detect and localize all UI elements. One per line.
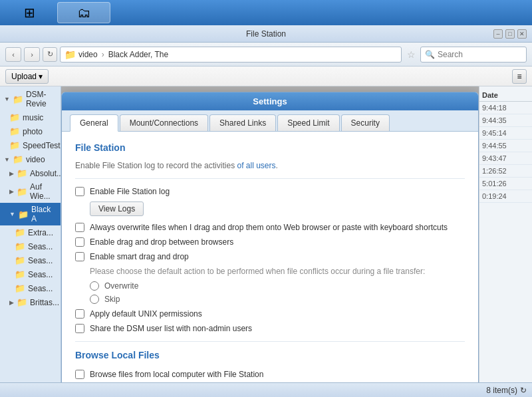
dialog-body: File Station Enable File Station log to … — [62, 132, 478, 395]
search-icon: 🔍 — [425, 50, 435, 59]
tab-speed[interactable]: Speed Limit — [277, 114, 339, 131]
checkbox-browse-local[interactable] — [75, 370, 84, 379]
checkbox-row-browse-local: Browse files from local computer with Fi… — [75, 370, 465, 379]
folder-icon: 📁 — [17, 297, 27, 307]
date-item-1: 9:44:18 — [479, 102, 532, 114]
label-unix-perms: Apply default UNIX permissions — [90, 309, 202, 319]
taskbar-app-main[interactable]: ⊞ — [3, 2, 56, 23]
sidebar-item-dsm[interactable]: ▼ 📁 DSM-Revie — [0, 88, 61, 110]
sort-icon: ≡ — [517, 72, 521, 81]
sidebar-label-seas3: Seas... — [28, 270, 53, 279]
sidebar-item-seas3[interactable]: 📁 Seas... — [0, 267, 61, 281]
sidebar-label-seas2: Seas... — [28, 256, 53, 265]
refresh-button[interactable]: ↻ — [43, 47, 57, 62]
address-bar[interactable]: 📁 video › Black Adder, The — [60, 47, 402, 63]
address-separator: › — [102, 50, 104, 59]
folder-icon: 📁 — [15, 269, 25, 279]
sidebar-item-absolute[interactable]: ▶ 📁 Absolut... — [0, 166, 61, 180]
sidebar-item-aufwie[interactable]: ▶ 📁 Auf Wie... — [0, 180, 61, 203]
minimize-button[interactable]: – — [493, 29, 503, 39]
close-button[interactable]: ✕ — [517, 29, 527, 39]
tab-shared[interactable]: Shared Links — [209, 114, 276, 131]
sort-button[interactable]: ≡ — [512, 69, 527, 84]
sidebar-item-video[interactable]: ▼ 📁 video — [0, 152, 61, 166]
upload-label: Upload ▾ — [11, 72, 43, 81]
desc-link[interactable]: of all users — [237, 161, 275, 170]
date-item-5: 9:43:47 — [479, 152, 532, 165]
window-controls: – □ ✕ — [493, 29, 527, 39]
checkbox-row-dragdrop: Enable drag and drop between browsers — [75, 237, 465, 247]
folder-icon: 📁 — [15, 255, 25, 265]
tab-general[interactable]: General — [70, 114, 118, 132]
items-count: 8 item(s) — [486, 386, 517, 395]
action-bar: Upload ▾ ≡ — [0, 66, 532, 86]
checkbox-row-enable-log: Enable File Station log — [75, 187, 465, 196]
folder-icon: 📁 — [9, 112, 20, 122]
sidebar-item-brittas[interactable]: ▶ 📁 Brittas... — [0, 295, 61, 309]
address-path: Black Adder, The — [108, 50, 169, 59]
sidebar-item-seas2[interactable]: 📁 Seas... — [0, 253, 61, 267]
forward-icon: › — [31, 51, 33, 59]
upload-button[interactable]: Upload ▾ — [5, 69, 49, 84]
dialog-tabs: General Mount/Connections Shared Links S… — [62, 110, 478, 132]
view-logs-button[interactable]: View Logs — [90, 201, 144, 216]
sidebar-label-absolute: Absolut... — [30, 169, 61, 178]
modal-overlay: Settings General Mount/Connections Share… — [61, 86, 479, 397]
file-station-section-title: File Station — [75, 142, 465, 156]
maximize-button[interactable]: □ — [505, 29, 515, 39]
sidebar-label-music: music — [23, 113, 43, 122]
folder-icon: 📁 — [15, 241, 25, 251]
forward-button[interactable]: › — [24, 47, 40, 62]
sidebar-item-blacka[interactable]: ▼ 📁 Black A — [0, 203, 61, 225]
sidebar-label-seas4: Seas... — [28, 284, 53, 293]
section-description: Enable File Station log to record the ac… — [75, 161, 465, 170]
divider2 — [75, 341, 465, 342]
search-box[interactable]: 🔍 — [420, 47, 527, 63]
folder-icon: 📁 — [9, 126, 20, 136]
taskbar-app-filestation[interactable]: 🗂 — [57, 2, 110, 23]
checkbox-row-unix: Apply default UNIX permissions — [75, 309, 465, 319]
body: ▼ 📁 DSM-Revie 📁 music 📁 photo 📁 SpeedTes… — [0, 86, 532, 397]
refresh-icon: ↻ — [47, 50, 53, 59]
favorite-button[interactable]: ☆ — [404, 48, 418, 61]
apps-grid-icon: ⊞ — [24, 5, 35, 21]
sidebar-item-seas4[interactable]: 📁 Seas... — [0, 281, 61, 295]
checkbox-unix-perms[interactable] — [75, 309, 84, 319]
status-bar: 8 item(s) ↻ — [0, 382, 532, 397]
label-always-overwrite: Always overwrite files when I drag and d… — [90, 223, 448, 232]
sidebar-item-seas1[interactable]: 📁 Seas... — [0, 239, 61, 253]
checkbox-user-list[interactable] — [75, 324, 84, 333]
radio-skip[interactable] — [90, 295, 99, 304]
radio-row-overwrite: Overwrite — [90, 281, 465, 291]
label-overwrite: Overwrite — [104, 281, 138, 291]
label-user-list: Share the DSM user list with non-admin u… — [90, 324, 252, 333]
tab-mount[interactable]: Mount/Connections — [120, 114, 208, 131]
search-input[interactable] — [438, 50, 517, 59]
folder-icon: 📁 — [9, 140, 20, 150]
date-header: Date — [479, 89, 532, 102]
date-item-2: 9:44:35 — [479, 114, 532, 127]
label-enable-log: Enable File Station log — [90, 187, 170, 196]
radio-row-skip: Skip — [90, 295, 465, 304]
sidebar-label-photo: photo — [23, 127, 43, 136]
refresh-icon[interactable]: ↻ — [520, 386, 527, 395]
view-logs-label: View Logs — [98, 204, 135, 213]
sidebar-label-extra: Extra... — [28, 228, 53, 237]
tab-security[interactable]: Security — [341, 114, 390, 131]
sidebar-label-blacka: Black A — [31, 205, 57, 223]
expand-icon: ▼ — [4, 156, 10, 163]
checkbox-always-overwrite[interactable] — [75, 223, 84, 232]
checkbox-drag-drop[interactable] — [75, 237, 84, 247]
sidebar-section: ▼ 📁 DSM-Revie 📁 music 📁 photo 📁 SpeedTes… — [0, 86, 61, 311]
back-button[interactable]: ‹ — [5, 47, 21, 62]
sidebar: ▼ 📁 DSM-Revie 📁 music 📁 photo 📁 SpeedTes… — [0, 86, 61, 397]
dialog-title: Settings — [253, 96, 287, 106]
sidebar-item-photo[interactable]: 📁 photo — [0, 124, 61, 138]
radio-overwrite[interactable] — [90, 281, 99, 291]
sidebar-item-speedtest[interactable]: 📁 SpeedTest — [0, 138, 61, 152]
tab-general-label: General — [80, 118, 108, 128]
checkbox-smart-drag[interactable] — [75, 252, 84, 261]
sidebar-item-extra[interactable]: 📁 Extra... — [0, 225, 61, 239]
checkbox-enable-log[interactable] — [75, 187, 84, 196]
sidebar-item-music[interactable]: 📁 music — [0, 110, 61, 124]
